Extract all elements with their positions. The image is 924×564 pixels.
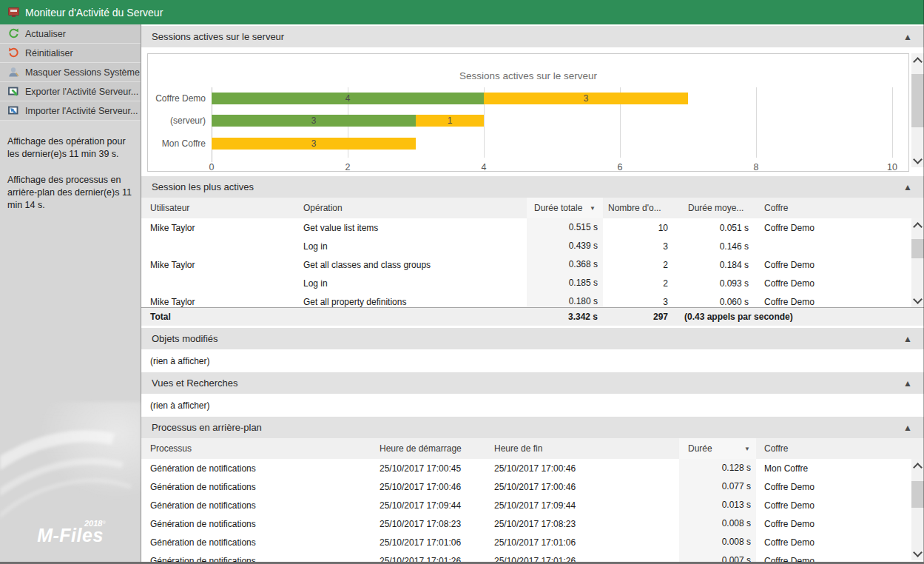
section-title-views-searches: Vues et Recherches (152, 377, 238, 389)
bar-value-label: 3 (212, 115, 416, 127)
table-row[interactable]: Génération de notifications 25/10/2017 1… (141, 477, 924, 496)
chart-gridline (756, 87, 757, 158)
scrollbar-thumb[interactable] (911, 74, 924, 127)
scroll-up-button[interactable] (911, 459, 924, 471)
logo-reg: ® (102, 520, 105, 525)
section-title-modified-objects: Objets modifiés (152, 333, 218, 344)
sidebar: Actualiser Réinitialiser Masquer Session… (0, 24, 141, 564)
bar-value-label: 3 (212, 138, 416, 150)
export-activity-label: Exporter l'Activité Serveur... (25, 87, 138, 97)
column-header-nombre[interactable]: Nombre d'o... (603, 203, 675, 213)
import-icon (7, 104, 20, 118)
section-header-views-searches[interactable]: Vues et Recherches ▲ (141, 372, 924, 394)
table-row[interactable]: Génération de notifications 25/10/2017 1… (141, 496, 924, 514)
total-count: 297 (603, 312, 675, 322)
total-note: (0.43 appels par seconde) (675, 312, 924, 322)
chart-scrollbar[interactable] (911, 53, 924, 167)
section-header-active-sessions[interactable]: Sessions actives sur le serveur ▲ (141, 26, 924, 47)
column-header-duree-moyenne[interactable]: Durée moye... (675, 203, 756, 213)
section-header-most-active-sessions[interactable]: Session les plus actives ▲ (141, 176, 924, 198)
column-header-processus[interactable]: Processus (141, 443, 374, 454)
collapse-arrow-icon[interactable]: ▲ (903, 182, 912, 192)
user-icon (7, 66, 20, 79)
hide-system-sessions-button[interactable]: Masquer Sessions Système (0, 63, 141, 82)
background-info-text: Affichage des processus en arrière-plan … (7, 174, 133, 212)
chart-box: Sessions actives sur le serveur Coffre D… (147, 53, 909, 172)
chart-axis-tick-label: 8 (754, 162, 759, 172)
modified-objects-empty: (rien à afficher) (141, 349, 924, 372)
table-row[interactable]: Génération de notifications 25/10/2017 1… (141, 533, 924, 551)
scroll-down-button[interactable] (911, 155, 924, 167)
table-row[interactable]: Génération de notifications 25/10/2017 1… (141, 459, 924, 477)
chart-axis-tick-label: 2 (345, 162, 351, 172)
operations-info-text: Affichage des opération pour les dernier… (7, 135, 133, 161)
main-content: Sessions actives sur le serveur ▲ Sessio… (141, 24, 924, 564)
reset-button[interactable]: Réinitialiser (0, 44, 141, 63)
scroll-down-button[interactable] (911, 548, 924, 560)
column-header-coffre[interactable]: Coffre (756, 203, 924, 213)
total-duration: 3.342 s (527, 312, 603, 322)
server-activity-monitor-window: Moniteur d'Activité du Serveur Actualise… (0, 0, 924, 564)
refresh-icon (7, 27, 20, 41)
section-header-background-processes[interactable]: Processus en arrière-plan ▲ (141, 417, 924, 438)
table-row[interactable]: Mike Taylor Get all property definitions… (141, 292, 924, 307)
collapse-arrow-icon[interactable]: ▲ (903, 334, 912, 344)
column-header-duree-totale[interactable]: Durée totale▼ (527, 198, 603, 218)
logo-swirl-graphic (0, 402, 141, 539)
bar-value-label: 4 (212, 93, 484, 104)
table-row[interactable]: Mike Taylor Get value list items 0.515 s… (141, 218, 924, 237)
sort-desc-icon: ▼ (744, 446, 750, 452)
column-header-heure-fin[interactable]: Heure de fin (488, 443, 679, 454)
logo-brand: M-Files (37, 525, 104, 545)
scroll-up-button[interactable] (911, 218, 924, 231)
chart-gridline (892, 87, 893, 158)
mfiles-logo: M-Files2018® (0, 525, 141, 546)
active-sessions-chart-area: Sessions actives sur le serveur Coffre D… (141, 47, 924, 175)
bar-value-label: 3 (484, 93, 688, 104)
section-title-most-active-sessions: Session les plus actives (152, 181, 254, 192)
table-row[interactable]: Log in 0.439 s 3 0.146 s (141, 237, 924, 255)
scroll-up-button[interactable] (911, 53, 924, 66)
scrollbar-thumb[interactable] (911, 481, 924, 508)
column-header-duree[interactable]: Durée▼ (679, 438, 756, 459)
refresh-label: Actualiser (25, 29, 66, 39)
table-row[interactable]: Génération de notifications 25/10/2017 1… (141, 514, 924, 533)
chart-category-label: (serveur) (148, 115, 206, 127)
chart-category-label: Mon Coffre (148, 138, 206, 150)
scrollbar-thumb[interactable] (911, 239, 924, 258)
table-row[interactable]: Mike Taylor Get all classes and class gr… (141, 255, 924, 274)
export-icon (7, 85, 20, 98)
refresh-button[interactable]: Actualiser (0, 24, 141, 44)
column-header-operation[interactable]: Opération (296, 203, 527, 213)
chart-category-label: Coffre Demo (148, 93, 206, 104)
import-activity-label: Importer l'Activité Serveur... (25, 106, 138, 116)
column-header-heure-demarrage[interactable]: Heure de démarrage (374, 443, 488, 454)
views-searches-empty: (rien à afficher) (141, 394, 924, 417)
sessions-table-scrollbar[interactable] (911, 218, 924, 307)
section-title-active-sessions: Sessions actives sur le serveur (152, 31, 284, 42)
background-table-header: Processus Heure de démarrage Heure de fi… (141, 438, 924, 459)
total-label: Total (141, 312, 296, 322)
chart-axis-tick-label: 6 (618, 162, 623, 172)
collapse-arrow-icon[interactable]: ▲ (903, 423, 912, 433)
chart-title: Sessions actives sur le serveur (148, 70, 908, 81)
column-header-coffre[interactable]: Coffre (756, 443, 924, 454)
background-table-scrollbar[interactable] (911, 459, 924, 560)
collapse-arrow-icon[interactable]: ▲ (903, 378, 912, 389)
import-activity-button[interactable]: Importer l'Activité Serveur... (0, 101, 141, 121)
scroll-down-button[interactable] (911, 295, 924, 307)
collapse-arrow-icon[interactable]: ▲ (903, 32, 912, 42)
logo-year: 2018® (84, 519, 106, 528)
chart-axis-tick-label: 10 (887, 162, 897, 172)
export-activity-button[interactable]: Exporter l'Activité Serveur... (0, 82, 141, 101)
window-title: Moniteur d'Activité du Serveur (25, 7, 163, 19)
bar-value-label: 1 (416, 115, 484, 127)
reset-icon (7, 47, 20, 60)
app-icon (8, 7, 19, 16)
sessions-table-header: Utilisateur Opération Durée totale▼ Nomb… (141, 198, 924, 218)
section-header-modified-objects[interactable]: Objets modifiés ▲ (141, 328, 924, 349)
section-title-background-processes: Processus en arrière-plan (152, 422, 262, 433)
table-row[interactable]: Log in 0.185 s 2 0.093 s Coffre Demo (141, 274, 924, 292)
column-header-utilisateur[interactable]: Utilisateur (141, 203, 296, 213)
hide-system-sessions-label: Masquer Sessions Système (25, 67, 140, 78)
